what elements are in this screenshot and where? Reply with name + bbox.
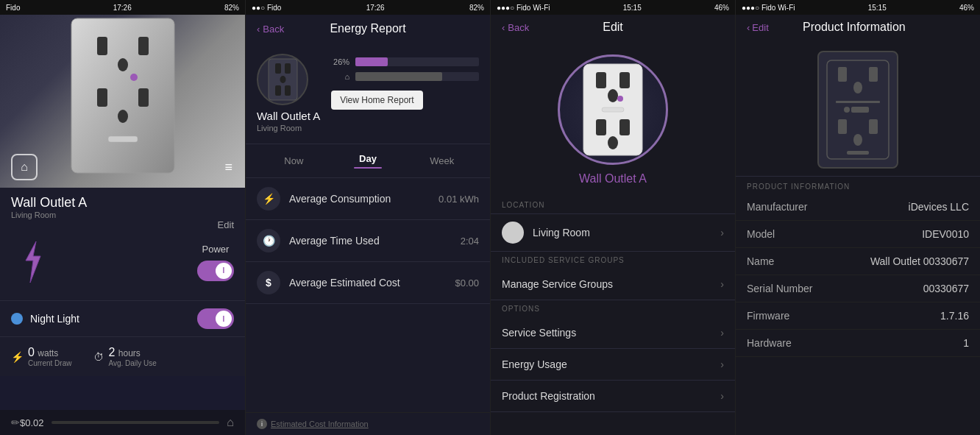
home-button[interactable]: ⌂ [11,154,38,180]
device-name: Wall Outlet A [11,195,234,211]
power-label: Power [202,244,230,255]
status-bar-4: ●●●○ Fido Wi-Fi 15:15 46% [736,0,980,15]
panel2-title: Energy Report [330,22,405,35]
footer-home-icon: ⌂ [227,416,234,429]
list-row-consumption[interactable]: ⚡ Average Consumption 0.01 kWh [246,178,490,220]
report-device-icon-area: Wall Outlet A Living Room [257,54,320,132]
panel4-hero [736,40,980,177]
toggle-knob: I [216,263,232,279]
time-2: 17:26 [366,4,385,12]
panel3-header: ‹ Back Edit [491,15,735,40]
back-button-3[interactable]: ‹ Back [502,22,529,33]
location-section-header: LOCATION [491,197,735,213]
svg-rect-31 [851,107,869,113]
carrier-3: ●●●○ Fido Wi-Fi [497,4,550,12]
night-light-row: Night Light I [0,300,245,336]
svg-rect-21 [602,107,624,112]
location-row[interactable]: Living Room › [491,213,735,252]
night-light-toggle[interactable]: I [197,308,234,329]
report-device-info: Wall Outlet A Living Room [257,110,320,132]
svg-rect-11 [275,63,281,74]
bolt-stat-icon: ⚡ [11,351,24,363]
chart-bar-inner-2 [355,72,442,81]
energy-usage-row[interactable]: Energy Usage › [491,349,735,381]
info-row-model: Model IDEV0010 [736,221,980,248]
footer-progress-bar [52,421,220,424]
battery-4: 46% [959,4,974,12]
outlet-circle-inner [572,58,653,161]
location-avatar [502,222,524,244]
service-settings-chevron-icon: › [720,327,724,339]
model-value: IDEV0010 [922,228,969,240]
carrier-2: ●●○ Fido [252,4,281,12]
time-3: 15:15 [623,4,642,12]
info-row-serial: Serial Number 00330677 [736,275,980,303]
serial-value: 00330677 [923,283,969,294]
time-1: 17:26 [113,4,132,12]
consumption-icon: ⚡ [257,187,280,211]
tab-now[interactable]: Now [257,152,331,169]
firmware-label: Firmware [747,310,789,322]
location-chevron-icon: › [720,227,724,238]
product-registration-row[interactable]: Product Registration › [491,381,735,412]
hours-val-row: 2 hours [108,346,156,359]
energy-usage-label: Energy Usage [502,358,567,370]
report-chart: 26% ⌂ View Home Report [331,57,479,132]
chart-icon-home: ⌂ [331,72,349,81]
panel4-outlet-svg [825,58,891,161]
options-nav-rows: Service Settings › Energy Usage › Produc… [491,317,735,435]
hamburger-icon: ≡ [224,160,234,174]
name-label: Name [747,255,774,267]
battery-1: 82% [224,4,239,12]
svg-rect-14 [275,85,281,96]
svg-rect-23 [619,119,630,135]
edit-button[interactable]: Edit [218,219,234,230]
name-value: Wall Outlet 00330677 [870,255,969,267]
manage-service-groups-row[interactable]: Manage Service Groups › [491,269,735,300]
list-row-time[interactable]: 🕐 Average Time Used 2:04 [246,220,490,262]
device-room: Living Room [11,211,234,219]
svg-point-28 [853,82,862,93]
footer-pencil-icon: ✏ [11,417,20,428]
svg-point-3 [118,58,128,71]
tab-day[interactable]: Day [331,150,405,171]
consumption-value: 0.01 kWh [438,194,479,205]
svg-rect-2 [138,37,149,55]
svg-point-6 [118,110,128,123]
svg-marker-9 [26,241,40,283]
options-section-header: OPTIONS [491,300,735,317]
status-bar-1: Fido 17:26 82% [0,0,245,15]
back-button-2[interactable]: ‹ Back [257,24,284,35]
svg-rect-35 [847,151,869,155]
power-section: Power I [197,244,234,281]
svg-point-30 [844,107,850,113]
product-image-rect [817,51,898,169]
consumption-label: Average Consumption [289,193,438,205]
product-info-section-header: PRODUCT INFORMATION [736,177,980,194]
panel-energy-report: ●●○ Fido 17:26 82% ‹ Back Energy Report [245,0,490,435]
footer-cost: $0.02 [20,417,44,428]
product-registration-chevron-icon: › [720,390,724,402]
panel3-hero: Wall Outlet A [491,40,735,197]
time-value: 2:04 [461,236,479,247]
list-row-cost[interactable]: $ Average Estimated Cost $0.00 [246,262,490,304]
hamburger-button[interactable]: ≡ [224,160,234,175]
night-light-label: Night Light [30,313,79,325]
edit-back-label: Edit [752,22,768,33]
panel-product-info: ●●●○ Fido Wi-Fi 15:15 46% ‹ Edit Product… [735,0,980,435]
tab-week[interactable]: Week [405,152,479,169]
night-light-dot [11,313,23,325]
outlet-circle [558,54,668,165]
info-row-name: Name Wall Outlet 00330677 [736,248,980,275]
svg-rect-0 [71,18,174,173]
bolt-svg [18,240,48,284]
chart-bar-inner-1 [355,57,388,66]
stats-row: ⚡ 0 watts Current Draw ⏱ 2 hours Avg. Da… [0,336,245,376]
service-settings-row[interactable]: Service Settings › [491,317,735,349]
edit-back-button[interactable]: ‹ Edit [747,22,769,33]
power-toggle[interactable]: I [197,261,234,281]
tabs-row: Now Day Week [246,144,490,178]
battery-3: 46% [714,4,729,12]
view-home-report-button[interactable]: View Home Report [331,91,423,110]
serial-label: Serial Number [747,283,812,294]
